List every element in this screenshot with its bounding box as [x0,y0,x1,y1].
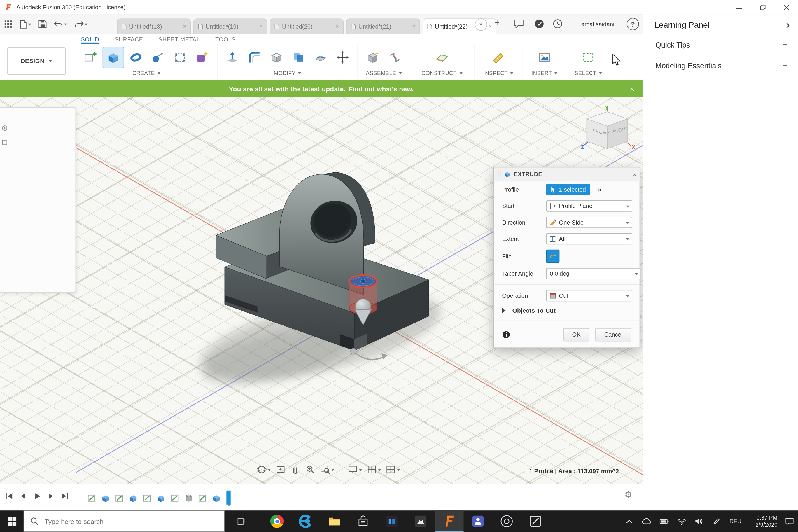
teams-icon[interactable] [464,510,492,532]
close-icon[interactable]: × [259,24,263,29]
action-center-icon[interactable] [780,510,798,532]
new-document-button[interactable]: + [494,18,500,28]
close-button[interactable] [774,0,798,14]
help-icon[interactable]: ? [627,18,639,30]
volume-icon[interactable] [690,510,708,532]
step-back-button[interactable] [18,491,28,501]
search-input[interactable] [43,517,224,526]
redo-button[interactable] [74,20,88,28]
offset-face-button[interactable] [310,47,331,68]
go-to-start-button[interactable] [4,491,14,501]
go-to-end-button[interactable] [59,491,70,501]
zoom-button[interactable] [305,464,315,475]
close-icon[interactable]: × [412,24,415,29]
look-at-button[interactable] [276,464,286,475]
operation-dropdown[interactable]: Cut [546,290,632,302]
document-tab[interactable]: Untitled(20) × [270,18,344,34]
create-sketch-button[interactable] [80,47,101,68]
notifications-clock-icon[interactable] [553,19,563,28]
document-tab[interactable]: Untitled*(21) × [346,18,420,34]
extent-dropdown[interactable]: All [546,233,632,245]
pan-button[interactable] [290,464,300,475]
task-view-button[interactable] [229,510,252,532]
play-button[interactable] [32,491,42,501]
start-dropdown[interactable]: Profile Plane [546,201,632,212]
timeline-settings-gear-icon[interactable]: ⚙ [625,489,632,500]
user-name[interactable]: amal saidani [563,14,614,34]
file-menu-button[interactable] [20,20,31,28]
timeline-cylinder-feature[interactable] [183,492,194,505]
group-dropdown-inspect[interactable]: INSPECT [483,70,513,76]
taper-angle-input[interactable] [547,269,632,279]
drag-grip-icon[interactable] [498,171,500,177]
save-icon[interactable] [38,20,47,28]
zoom-window-button[interactable] [320,464,334,475]
job-status-icon[interactable] [534,19,544,28]
display-settings-button[interactable] [348,464,362,475]
collapse-panel-icon[interactable]: › [786,22,790,29]
app-grid-icon[interactable] [4,20,12,28]
expand-icon[interactable]: + [782,40,787,50]
cancel-button[interactable]: Cancel [595,328,631,342]
grid-snap-button[interactable] [367,464,381,475]
taskbar-app-icon[interactable] [377,510,406,532]
group-dropdown-modify[interactable]: MODIFY [273,70,301,76]
timeline-extrude-feature[interactable] [100,492,111,505]
comment-icon[interactable] [514,20,524,28]
banner-close-icon[interactable]: × [630,84,634,93]
insert-canvas-button[interactable] [534,47,555,68]
wifi-icon[interactable] [673,510,690,532]
timeline-sketch-feature[interactable] [197,492,208,505]
tab-surface[interactable]: SURFACE [115,36,143,44]
construct-plane-button[interactable] [432,47,452,68]
pen-icon[interactable] [708,510,725,532]
battery-icon[interactable] [656,510,673,532]
keyboard-language[interactable]: DEU [725,518,745,525]
direction-dropdown[interactable]: One Side [546,217,632,228]
document-tab[interactable]: Untitled*(19) × [193,18,267,34]
taskbar-app-icon[interactable] [492,510,521,532]
timeline-sketch-feature[interactable] [141,492,153,505]
learning-item-quick-tips[interactable]: Quick Tips + [643,35,798,55]
fusion-360-taskbar-icon[interactable] [435,510,463,532]
timeline-extrude-feature[interactable] [211,492,222,505]
restore-button[interactable] [751,0,774,14]
shell-button[interactable] [266,47,287,68]
edge-icon[interactable] [291,510,320,532]
new-component-button[interactable] [363,47,383,68]
group-dropdown-construct[interactable]: CONSTRUCT [421,70,462,76]
taskbar-search[interactable] [24,510,225,532]
revolve-button[interactable] [126,47,146,68]
group-dropdown-create[interactable]: CREATE [132,70,160,76]
move-copy-button[interactable] [332,47,353,68]
measure-button[interactable] [488,47,509,68]
start-button[interactable] [0,510,24,532]
group-dropdown-select[interactable]: SELECT [575,70,602,76]
profile-selected-chip[interactable]: 1 selected [546,184,591,195]
extrude-dialog[interactable]: EXTRUDE » Profile 1 selected × Start Pro… [494,167,640,348]
ok-button[interactable]: OK [564,328,589,342]
close-icon[interactable]: × [183,24,186,29]
timeline-extrude-feature[interactable] [155,492,167,505]
group-dropdown-assemble[interactable]: ASSEMBLE [366,70,402,76]
pattern-button[interactable] [170,47,190,68]
timeline-sketch-feature[interactable] [114,492,125,505]
select-button[interactable] [578,47,598,68]
learning-item-modeling-essentials[interactable]: Modeling Essentials + [643,55,798,76]
tab-solid[interactable]: SOLID [81,36,99,44]
timeline-sketch-feature[interactable] [169,492,180,505]
orbit-button[interactable] [256,464,271,475]
tab-sheet-metal[interactable]: SHEET METAL [158,36,200,44]
minimize-button[interactable] [727,0,751,14]
fillet-button[interactable] [244,47,265,68]
sweep-button[interactable] [148,47,168,68]
timeline-sketch-feature[interactable] [86,492,97,505]
dialog-title-bar[interactable]: EXTRUDE » [494,168,639,182]
taskbar-app-icon[interactable] [406,510,435,532]
document-tab[interactable]: Untitled*(18) × [117,18,191,34]
viewports-button[interactable] [385,464,400,475]
chrome-icon[interactable] [263,510,291,532]
flyout-icon[interactable]: » [633,171,635,178]
close-icon[interactable]: × [336,24,339,29]
taskbar-clock[interactable]: 9:37 PM 2/9/2020 [746,514,778,529]
